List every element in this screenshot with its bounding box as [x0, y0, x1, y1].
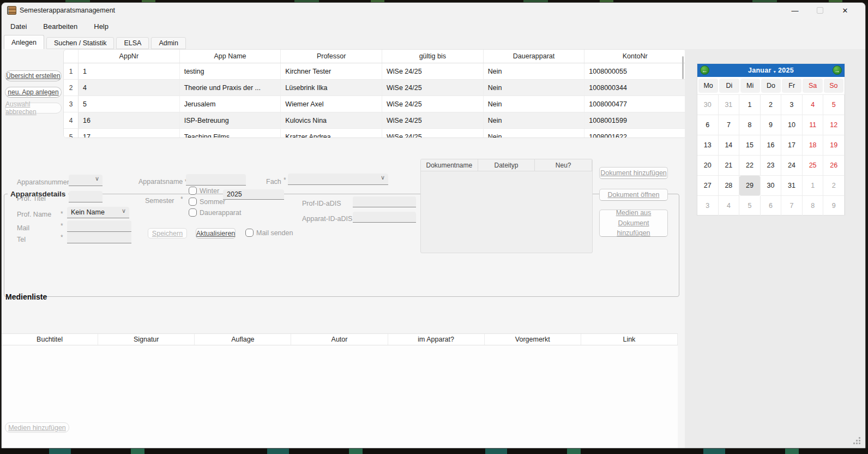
calendar-date-cell[interactable]: 15 [739, 135, 761, 156]
calendar-date-cell[interactable]: 9 [823, 196, 845, 216]
fach-required-mark: * [284, 176, 286, 184]
row-number: 3 [64, 96, 79, 112]
tab-anlegen[interactable]: Anlegen [4, 35, 44, 49]
menu-bearbeiten[interactable]: Bearbeiten [42, 21, 79, 32]
semester-required-mark: * [180, 195, 183, 203]
dokument-oeffnen-button[interactable]: Dokument öffnen [599, 189, 668, 201]
aktualisieren-button[interactable]: Aktualisieren [196, 228, 236, 238]
calendar-date-cell[interactable]: 6 [697, 115, 719, 135]
dauerapparat-radio[interactable] [189, 208, 197, 217]
prof-name-dropdown[interactable]: Kein Name∨ [67, 207, 129, 218]
menu-help[interactable]: Help [93, 21, 110, 32]
mail-input[interactable] [67, 220, 131, 232]
calendar-prev-button[interactable]: ← [700, 65, 709, 75]
table-scrollbar[interactable] [682, 56, 684, 79]
neue-app-anlegen-button[interactable]: neu. App anlegen [5, 87, 62, 98]
mail-senden-checkbox[interactable] [245, 229, 254, 237]
calendar-date-cell[interactable]: 1 [803, 176, 824, 196]
app-row[interactable]: 24Theorie und Praxis der ...Lüsebrink Il… [64, 80, 686, 96]
calendar-date-cell[interactable]: 7 [781, 196, 803, 216]
resize-grip[interactable] [859, 443, 860, 444]
calendar-date-cell[interactable]: 24 [781, 156, 803, 176]
calendar-date-cell[interactable]: 19 [823, 135, 845, 156]
calendar-day-header: Sa [803, 79, 822, 93]
calendar-title[interactable]: Januar▾2025 [748, 67, 794, 74]
calendar-date-cell[interactable]: 7 [719, 115, 740, 135]
app-row[interactable]: 11testingKirchner TesterWiSe 24/25Nein10… [64, 63, 686, 80]
apparatsnummer-dropdown[interactable]: ∨ [69, 175, 103, 186]
prof-titel-input[interactable] [69, 191, 103, 202]
calendar-date-cell[interactable]: 2 [761, 95, 782, 115]
apps-column-header: gültig bis [382, 50, 484, 63]
calendar-date-cell[interactable]: 26 [823, 156, 845, 176]
app-cell: Nein [484, 129, 585, 138]
tel-input[interactable] [67, 232, 131, 243]
calendar-date-cell[interactable]: 3 [697, 196, 719, 216]
app-icon [7, 6, 16, 15]
calendar-date-cell[interactable]: 4 [719, 196, 740, 216]
calendar-date-cell[interactable]: 4 [803, 95, 824, 115]
dokument-hinzufuegen-button[interactable]: Dokument hinzufügen [599, 167, 668, 179]
calendar-date-cell[interactable]: 8 [803, 196, 824, 216]
fach-dropdown[interactable]: ∨ [288, 174, 388, 185]
semester-year-input[interactable] [223, 189, 284, 200]
calendar-date-cell[interactable]: 23 [761, 156, 782, 176]
calendar-date-cell[interactable]: 30 [761, 176, 782, 196]
close-button[interactable]: ✕ [833, 3, 858, 18]
calendar-date-cell[interactable]: 20 [697, 156, 719, 176]
title-bar[interactable]: Semesterapparatsmanagement — ✕ [2, 3, 865, 18]
calendar-date-cell[interactable]: 31 [781, 176, 803, 196]
calendar-date-cell[interactable]: 5 [823, 95, 845, 115]
uebersicht-erstellen-button[interactable]: Übersicht erstellen [5, 70, 62, 81]
calendar-date-cell[interactable]: 10 [781, 115, 803, 135]
calendar-date-cell[interactable]: 21 [719, 156, 740, 176]
calendar-date-cell[interactable]: 28 [719, 176, 740, 196]
calendar-date-cell[interactable]: 14 [719, 135, 740, 156]
calendar-date-cell[interactable]: 12 [823, 115, 845, 135]
app-cell: 1008001599 [584, 112, 686, 128]
calendar-date-cell[interactable]: 25 [803, 156, 824, 176]
sommer-radio[interactable] [189, 198, 197, 206]
sommer-label: Sommer [200, 198, 225, 206]
calendar-date-cell[interactable]: 2 [823, 176, 845, 196]
calendar-date-cell[interactable]: 1 [739, 95, 761, 115]
calendar-date-cell[interactable]: 17 [781, 135, 803, 156]
tab-elsa[interactable]: ELSA [116, 37, 149, 49]
app-cell: Kirchner Tester [281, 63, 382, 79]
calendar-date-cell[interactable]: 16 [761, 135, 782, 156]
app-row[interactable]: 35JerusalemWiemer AxelWiSe 24/25Nein1008… [64, 96, 686, 112]
winter-radio[interactable] [189, 187, 197, 195]
app-row[interactable]: 416ISP-BetreuungKulovics NinaWiSe 24/25N… [64, 112, 686, 129]
calendar-date-cell[interactable]: 5 [739, 196, 761, 216]
apparatsname-input[interactable] [186, 174, 246, 186]
calendar-date-cell[interactable]: 27 [697, 176, 719, 196]
tab-suchen-statistik[interactable]: Suchen / Statistik [46, 37, 114, 49]
app-cell: Lüsebrink Ilka [281, 80, 382, 95]
minimize-button[interactable]: — [782, 3, 807, 18]
prof-name-value: Kein Name [71, 208, 105, 216]
apparat-id-adis-input[interactable] [353, 212, 416, 223]
tab-admin[interactable]: Admin [151, 37, 185, 49]
calendar-date-cell[interactable]: 9 [761, 115, 782, 135]
auswahl-abbrechen-button[interactable]: Auswahl abbrechen [5, 103, 62, 113]
calendar-date-cell[interactable]: 30 [697, 95, 719, 115]
fach-label: Fach [266, 178, 281, 186]
app-row[interactable]: 517Teaching FilmsKratzer AndreaWiSe 24/2… [64, 129, 686, 138]
medien-aus-dokument-button[interactable]: Medien aus Dokument hinzufügen [599, 210, 668, 237]
calendar-date-cell[interactable]: 31 [719, 95, 740, 115]
calendar-date-cell[interactable]: 22 [739, 156, 761, 176]
speichern-button[interactable]: Speichern [148, 228, 187, 238]
calendar-date-cell[interactable]: 3 [781, 95, 803, 115]
menu-datei[interactable]: Datei [9, 21, 28, 32]
maximize-button[interactable] [807, 3, 833, 18]
calendar-date-cell[interactable]: 6 [761, 196, 782, 216]
calendar-date-cell[interactable]: 8 [739, 115, 761, 135]
calendar-date-cell[interactable]: 29 [739, 176, 761, 196]
prof-id-adis-input[interactable] [353, 196, 416, 207]
calendar-date-cell[interactable]: 18 [803, 135, 824, 156]
calendar-date-cell[interactable]: 11 [803, 115, 824, 135]
calendar-date-cell[interactable]: 13 [697, 135, 719, 156]
calendar-next-button[interactable]: → [833, 65, 842, 75]
medien-hinzufuegen-button[interactable]: Medien hinzufügen [5, 422, 69, 433]
apps-column-header: AppNr [79, 50, 180, 63]
